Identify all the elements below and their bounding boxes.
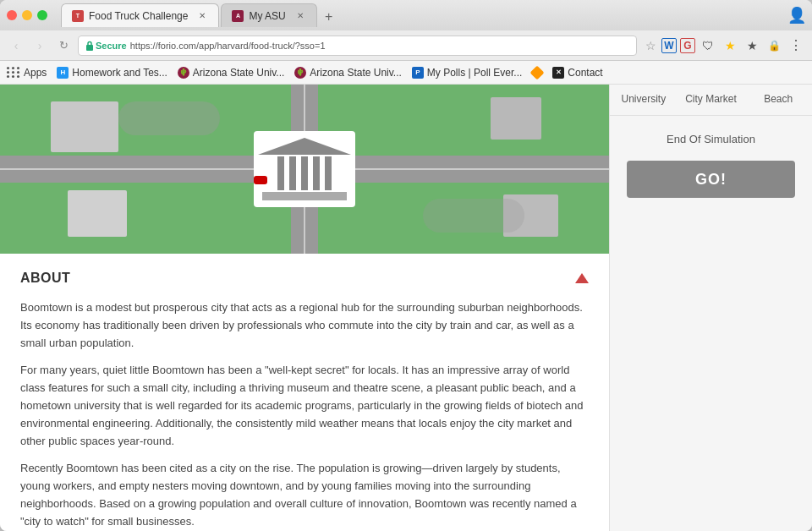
bookmark-contact-label: Contact — [568, 67, 602, 79]
new-tab-button[interactable]: + — [319, 7, 339, 27]
about-paragraph-1: Boomtown is a modest but prosperous city… — [20, 299, 589, 352]
tab-my-asu-favicon: A — [232, 10, 244, 22]
bookmark-homework-label: Homework and Tes... — [72, 67, 167, 79]
main-area: ABOUT Boomtown is a modest but prosperou… — [0, 85, 812, 531]
url-bar[interactable]: Secure https://forio.com/app/harvard/foo… — [78, 36, 637, 56]
bookmark-asu1-label: Arizona State Univ... — [193, 67, 285, 79]
about-paragraph-3: Recently Boomtown has been cited as a ci… — [20, 460, 589, 530]
bookmark-polls[interactable]: P My Polls | Poll Ever... — [412, 67, 522, 79]
car-red — [254, 176, 267, 184]
title-bar: T Food Truck Challenge ✕ A My ASU ✕ + 👤 — [0, 0, 812, 30]
university-steps — [262, 192, 347, 200]
toolbar-icon-5[interactable]: ★ — [743, 36, 761, 55]
url-text: https://forio.com/app/harvard/food-truck… — [130, 41, 326, 51]
tab-my-asu-label: My ASU — [249, 10, 285, 22]
tab-food-truck[interactable]: T Food Truck Challenge ✕ — [61, 3, 219, 27]
about-header: ABOUT — [20, 271, 589, 286]
sidebar-tab-city-market[interactable]: City Market — [678, 85, 745, 115]
secure-badge: Secure — [85, 41, 127, 51]
bookmark-contact[interactable]: ✕ Contact — [552, 67, 602, 79]
bookmark-polls-label: My Polls | Poll Ever... — [427, 67, 522, 79]
minimize-window-button[interactable] — [22, 10, 32, 20]
close-window-button[interactable] — [7, 10, 17, 20]
university-building — [254, 131, 355, 207]
bookmark-hw-icon: H — [57, 67, 69, 79]
address-bar: ‹ › ↻ Secure https://forio.com/app/harva… — [0, 30, 812, 61]
about-section: ABOUT Boomtown is a modest but prosperou… — [0, 254, 609, 531]
reload-button[interactable]: ↻ — [54, 36, 73, 55]
map-section — [0, 85, 609, 254]
toolbar-icon-6[interactable]: 🔒 — [765, 36, 783, 55]
about-title: ABOUT — [20, 271, 70, 286]
toolbar-icons: W G 🛡 ★ ★ 🔒 ⋮ — [661, 36, 805, 55]
collapse-button[interactable] — [575, 273, 589, 283]
toolbar-icon-2[interactable]: G — [680, 38, 695, 53]
bookmark-homework[interactable]: H Homework and Tes... — [57, 67, 167, 79]
tab-food-truck-close[interactable]: ✕ — [196, 10, 208, 22]
tab-my-asu[interactable]: A My ASU ✕ — [221, 3, 316, 27]
right-sidebar: University City Market Beach End Of Simu… — [609, 85, 812, 531]
back-button[interactable]: ‹ — [7, 36, 25, 55]
university-roof — [258, 138, 351, 155]
about-text: Boomtown is a modest but prosperous city… — [20, 299, 589, 531]
apps-grid-icon — [7, 67, 20, 78]
traffic-lights — [7, 10, 47, 20]
go-button[interactable]: GO! — [627, 161, 795, 198]
about-paragraph-2: For many years, quiet little Boomtown ha… — [20, 362, 589, 450]
tab-food-truck-favicon: T — [72, 10, 84, 22]
sidebar-tab-university[interactable]: University — [610, 85, 678, 115]
toolbar-icon-4[interactable]: ★ — [721, 36, 739, 55]
forward-button[interactable]: › — [30, 36, 49, 55]
toolbar-icon-3[interactable]: 🛡 — [699, 36, 717, 55]
maximize-window-button[interactable] — [37, 10, 47, 20]
bookmark-star-icon[interactable]: ☆ — [645, 39, 656, 52]
tab-my-asu-close[interactable]: ✕ — [294, 10, 306, 22]
more-options-button[interactable]: ⋮ — [787, 36, 805, 55]
bookmark-apps[interactable]: Apps — [7, 67, 47, 79]
toolbar-icon-1[interactable]: W — [661, 38, 677, 53]
sidebar-tab-beach[interactable]: Beach — [744, 85, 812, 115]
bookmarks-bar: Apps H Homework and Tes... 🌵 Arizona Sta… — [0, 61, 812, 85]
bookmark-diamond[interactable] — [532, 68, 542, 78]
tabs-area: T Food Truck Challenge ✕ A My ASU ✕ + — [61, 3, 782, 27]
browser-window: T Food Truck Challenge ✕ A My ASU ✕ + 👤 … — [0, 0, 812, 531]
bookmark-asu1-icon: 🌵 — [178, 67, 189, 79]
bookmark-asu2[interactable]: 🌵 Arizona State Univ... — [294, 67, 402, 79]
bookmark-asu2-label: Arizona State Univ... — [310, 67, 402, 79]
bookmark-diamond-icon — [530, 65, 545, 79]
profile-icon[interactable]: 👤 — [788, 7, 805, 24]
bookmark-contact-icon: ✕ — [552, 67, 564, 79]
left-content: ABOUT Boomtown is a modest but prosperou… — [0, 85, 609, 531]
bookmark-apps-label: Apps — [24, 67, 47, 79]
bookmark-asu1[interactable]: 🌵 Arizona State Univ... — [178, 67, 285, 79]
university-pillars — [277, 156, 332, 190]
sidebar-tabs: University City Market Beach — [610, 85, 812, 116]
simulation-label: End Of Simulation — [610, 116, 812, 154]
svg-rect-0 — [86, 45, 93, 51]
bookmark-asu2-icon: 🌵 — [294, 67, 306, 79]
bookmark-polls-icon: P — [412, 67, 424, 79]
tab-food-truck-label: Food Truck Challenge — [89, 10, 188, 22]
